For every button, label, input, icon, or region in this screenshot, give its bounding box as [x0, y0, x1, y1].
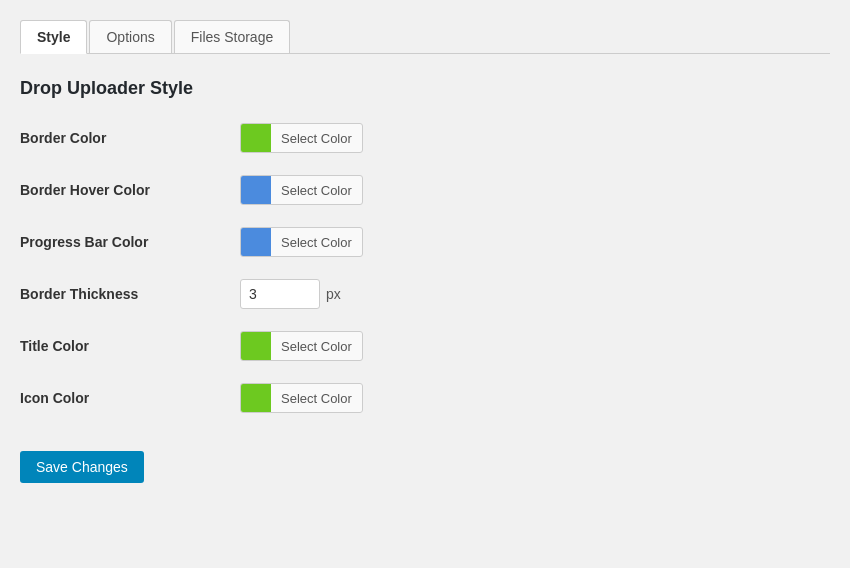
section-title: Drop Uploader Style [20, 78, 830, 99]
page-wrapper: Style Options Files Storage Drop Uploade… [0, 0, 850, 503]
thickness-control: px [240, 279, 341, 309]
title-color-swatch [241, 331, 271, 361]
border-color-button-label: Select Color [271, 131, 362, 146]
border-color-row: Border Color Select Color [20, 123, 830, 153]
border-thickness-row: Border Thickness px [20, 279, 830, 309]
border-color-swatch [241, 123, 271, 153]
border-hover-color-button-label: Select Color [271, 183, 362, 198]
icon-color-picker[interactable]: Select Color [240, 383, 363, 413]
border-hover-color-label: Border Hover Color [20, 182, 240, 198]
save-button[interactable]: Save Changes [20, 451, 144, 483]
progress-bar-color-row: Progress Bar Color Select Color [20, 227, 830, 257]
tab-files-storage[interactable]: Files Storage [174, 20, 290, 53]
progress-bar-color-button-label: Select Color [271, 235, 362, 250]
progress-bar-color-swatch [241, 227, 271, 257]
icon-color-label: Icon Color [20, 390, 240, 406]
title-color-row: Title Color Select Color [20, 331, 830, 361]
thickness-unit: px [326, 286, 341, 302]
title-color-label: Title Color [20, 338, 240, 354]
progress-bar-color-picker[interactable]: Select Color [240, 227, 363, 257]
icon-color-row: Icon Color Select Color [20, 383, 830, 413]
title-color-button-label: Select Color [271, 339, 362, 354]
title-color-picker[interactable]: Select Color [240, 331, 363, 361]
border-hover-color-picker[interactable]: Select Color [240, 175, 363, 205]
tabs-container: Style Options Files Storage [20, 20, 830, 54]
border-color-label: Border Color [20, 130, 240, 146]
progress-bar-color-label: Progress Bar Color [20, 234, 240, 250]
border-hover-color-row: Border Hover Color Select Color [20, 175, 830, 205]
tab-options[interactable]: Options [89, 20, 171, 53]
tab-style[interactable]: Style [20, 20, 87, 54]
border-thickness-label: Border Thickness [20, 286, 240, 302]
border-hover-color-swatch [241, 175, 271, 205]
icon-color-button-label: Select Color [271, 391, 362, 406]
border-thickness-input[interactable] [240, 279, 320, 309]
icon-color-swatch [241, 383, 271, 413]
border-color-picker[interactable]: Select Color [240, 123, 363, 153]
